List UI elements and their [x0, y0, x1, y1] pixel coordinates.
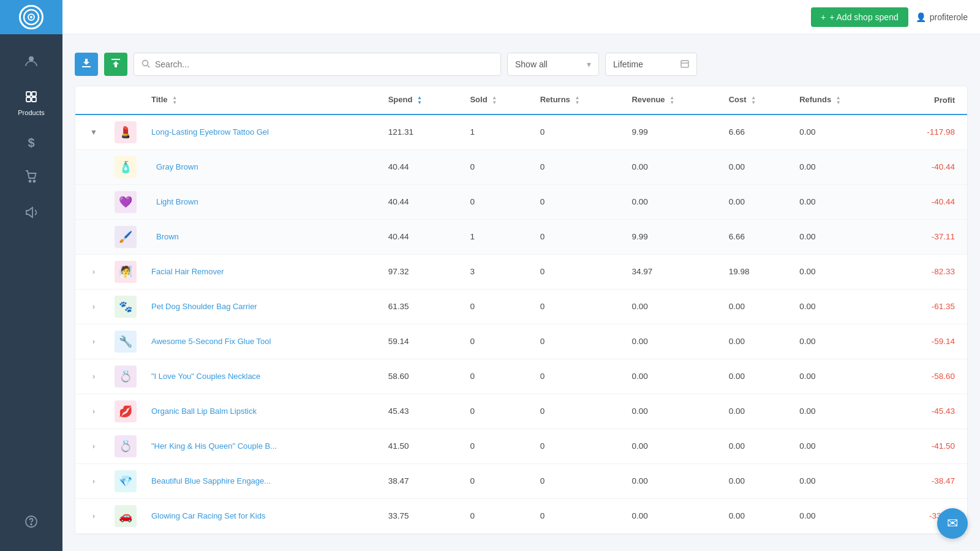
spend-cell: 40.44: [381, 184, 463, 219]
add-shop-spend-button[interactable]: + + Add shop spend: [811, 7, 908, 27]
profit-cell: -38.47: [887, 463, 967, 498]
sold-col-header[interactable]: Sold ▲▼: [462, 86, 532, 114]
spend-cell: 121.31: [381, 114, 463, 150]
spend-cell: 58.60: [381, 359, 463, 394]
sidebar-item-cart[interactable]: [0, 162, 62, 193]
returns-cell: 0: [533, 394, 625, 429]
table-row: ›💍"I Love You" Couples Necklace58.60000.…: [75, 359, 967, 394]
row-expander[interactable]: ›: [88, 370, 100, 383]
profit-cell: -41.50: [887, 429, 967, 463]
user-menu[interactable]: 👤 profiterole: [916, 12, 968, 22]
row-expander[interactable]: ›: [88, 475, 100, 487]
sidebar-item-finance[interactable]: $: [0, 129, 62, 157]
row-expander[interactable]: ▼: [88, 126, 100, 138]
cost-sort-icon: ▲▼: [751, 96, 756, 105]
sidebar-item-megaphone[interactable]: [0, 198, 62, 230]
row-expander[interactable]: ›: [88, 405, 100, 418]
cost-cell: 0.00: [722, 324, 793, 359]
chat-bubble-button[interactable]: ✉: [937, 508, 968, 539]
svg-rect-5: [32, 92, 36, 96]
search-box[interactable]: [134, 53, 501, 76]
row-expander[interactable]: ›: [88, 335, 100, 348]
sidebar-item-profile[interactable]: [0, 47, 62, 78]
product-name[interactable]: "Her King & His Queen" Couple B...: [151, 441, 277, 451]
row-expander[interactable]: ›: [88, 440, 100, 452]
toolbar: Show all ▾ Lifetime: [75, 53, 968, 76]
spend-cell: 40.44: [381, 149, 463, 184]
profit-cell: -45.43: [887, 394, 967, 429]
profit-cell: -82.33: [887, 254, 967, 289]
row-expander[interactable]: ›: [88, 266, 100, 278]
product-thumbnail: 💋: [115, 400, 137, 422]
spend-sort-icon: ▲▼: [417, 96, 422, 105]
revenue-cell: 0.00: [624, 149, 721, 184]
profit-cell: -117.98: [887, 114, 967, 150]
returns-cell: 0: [533, 324, 625, 359]
download-button[interactable]: [75, 53, 98, 76]
chat-icon: ✉: [947, 515, 958, 531]
svg-rect-7: [32, 97, 36, 102]
returns-cell: 0: [533, 463, 625, 498]
returns-cell: 0: [533, 149, 625, 184]
product-name[interactable]: Gray Brown: [156, 162, 198, 171]
product-name[interactable]: Long-Lasting Eyebrow Tattoo Gel: [151, 127, 269, 137]
product-name[interactable]: Glowing Car Racing Set for Kids: [151, 511, 265, 520]
sold-cell: 0: [462, 463, 532, 498]
topbar: + + Add shop spend 👤 profiterole: [62, 0, 980, 34]
product-name[interactable]: Beautiful Blue Sapphire Engage...: [151, 476, 271, 485]
lifetime-select[interactable]: Lifetime: [605, 53, 697, 76]
product-thumbnail: 🖌️: [115, 226, 137, 248]
row-expander[interactable]: ›: [88, 510, 100, 522]
sold-cell: 0: [462, 184, 532, 219]
sidebar-item-products[interactable]: Products: [0, 83, 62, 124]
lifetime-label: Lifetime: [613, 59, 643, 69]
upload-button[interactable]: [104, 53, 127, 76]
product-name[interactable]: Facial Hair Remover: [151, 267, 224, 276]
title-col-header[interactable]: Title ▲▼: [144, 86, 381, 114]
main-content: + + Add shop spend 👤 profiterole: [62, 0, 980, 551]
product-name[interactable]: Organic Ball Lip Balm Lipstick: [151, 407, 257, 416]
revenue-col-header[interactable]: Revenue ▲▼: [624, 86, 721, 114]
profit-cell: -40.44: [887, 184, 967, 219]
finance-icon: $: [28, 136, 34, 150]
product-name[interactable]: Pet Dog Shoulder Bag Carrier: [151, 302, 257, 311]
table-row: ›💍"Her King & His Queen" Couple B...41.5…: [75, 429, 967, 463]
profile-icon: [24, 54, 38, 70]
product-name[interactable]: Brown: [156, 232, 179, 241]
cost-col-header[interactable]: Cost ▲▼: [722, 86, 793, 114]
app-logo[interactable]: [0, 0, 62, 34]
profit-cell: -61.35: [887, 289, 967, 324]
sold-sort-icon: ▲▼: [492, 96, 497, 105]
svg-rect-15: [681, 61, 688, 67]
sidebar-item-help[interactable]: [24, 508, 38, 539]
spend-cell: 97.32: [381, 254, 463, 289]
svg-rect-13: [111, 59, 120, 60]
spend-col-header[interactable]: Spend ▲▼: [381, 86, 463, 114]
help-icon: [24, 515, 38, 531]
product-thumbnail: 💍: [115, 435, 137, 457]
show-all-select[interactable]: Show all ▾: [507, 53, 599, 76]
product-name[interactable]: Awesome 5-Second Fix Glue Tool: [151, 337, 271, 346]
show-all-label: Show all: [515, 59, 548, 69]
returns-cell: 0: [533, 254, 625, 289]
product-thumbnail: 💍: [115, 365, 137, 388]
revenue-cell: 9.99: [624, 114, 721, 150]
cost-cell: 0.00: [722, 463, 793, 498]
svg-point-2: [30, 16, 32, 18]
product-name[interactable]: "I Love You" Couples Necklace: [151, 372, 260, 381]
products-table: Title ▲▼ Spend ▲▼ Sold ▲▼ Returns: [75, 86, 968, 534]
page-content: Show all ▾ Lifetime: [62, 34, 980, 551]
profit-col-header[interactable]: Profit: [887, 86, 967, 114]
refunds-col-header[interactable]: Refunds ▲▼: [792, 86, 887, 114]
row-expander[interactable]: ›: [88, 301, 100, 313]
svg-point-3: [29, 56, 34, 61]
sold-cell: 0: [462, 149, 532, 184]
returns-cell: 0: [533, 429, 625, 463]
product-name[interactable]: Light Brown: [156, 197, 198, 206]
returns-col-header[interactable]: Returns ▲▼: [533, 86, 625, 114]
product-thumbnail: 💄: [115, 121, 137, 143]
svg-point-14: [143, 60, 148, 66]
refunds-cell: 0.00: [792, 184, 887, 219]
plus-icon: +: [821, 12, 826, 22]
search-input[interactable]: [155, 59, 493, 69]
